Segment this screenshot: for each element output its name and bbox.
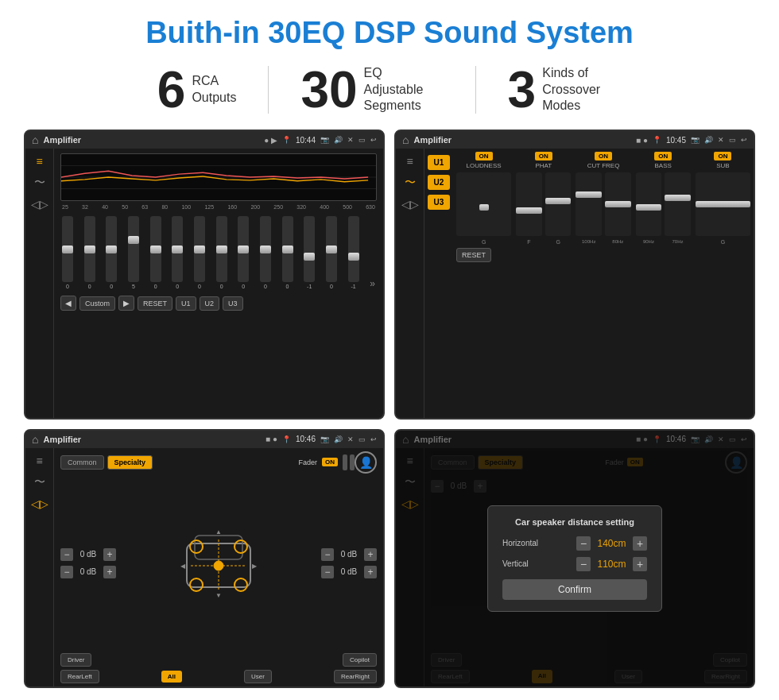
cutfreq-thumb-l[interactable]	[576, 191, 602, 198]
phat-thumb-r[interactable]	[545, 198, 572, 204]
slider-track-11[interactable]	[304, 216, 315, 282]
eq-icon-3[interactable]: ≡	[36, 454, 42, 467]
db-plus-1[interactable]: +	[103, 548, 116, 561]
bass-thumb-l[interactable]	[636, 204, 662, 211]
speaker-icon[interactable]: ◁▷	[31, 198, 48, 211]
eq-icon-2[interactable]: ≡	[406, 155, 413, 168]
slider-thumb-2[interactable]	[106, 246, 117, 253]
all-button[interactable]: All	[161, 671, 182, 683]
u3-select[interactable]: U3	[428, 195, 450, 210]
phat-thumb-l[interactable]	[516, 207, 542, 214]
rect-icon-3[interactable]: ▭	[358, 435, 366, 443]
eq-icon[interactable]: ≡	[36, 155, 42, 168]
slider-thumb-1[interactable]	[84, 246, 95, 253]
slider-track-0[interactable]	[62, 216, 73, 282]
slider-thumb-9[interactable]	[260, 246, 271, 253]
reset-button[interactable]: RESET	[138, 296, 172, 311]
slider-thumb-13[interactable]	[348, 253, 359, 261]
home-icon-2[interactable]: ⌂	[402, 133, 409, 146]
u1-button[interactable]: U1	[176, 296, 196, 311]
slider-thumb-11[interactable]	[304, 253, 315, 261]
common-tab[interactable]: Common	[60, 455, 104, 470]
slider-track-10[interactable]	[282, 216, 293, 282]
user-button[interactable]: User	[244, 670, 272, 683]
eq-slider-10[interactable]: 0	[282, 216, 293, 289]
u2-select[interactable]: U2	[428, 175, 450, 190]
slider-thumb-10[interactable]	[282, 246, 293, 253]
vertical-minus[interactable]: −	[576, 557, 591, 571]
speaker-icon-2[interactable]: ◁▷	[401, 198, 419, 211]
eq-slider-13[interactable]: -1	[348, 216, 359, 289]
cutfreq-slider-l[interactable]	[576, 172, 602, 236]
db-plus-4[interactable]: +	[364, 566, 377, 578]
eq-slider-11[interactable]: -1	[304, 216, 315, 289]
wave-icon-2[interactable]: 〜	[405, 176, 416, 190]
cutfreq-thumb-r[interactable]	[605, 201, 631, 207]
cutfreq-slider-r[interactable]	[605, 172, 631, 236]
eq-slider-5[interactable]: 0	[172, 216, 183, 289]
bass-slider-r[interactable]	[665, 172, 691, 236]
bass-on[interactable]: ON	[654, 152, 672, 160]
slider-thumb-0[interactable]	[62, 246, 73, 253]
eq-slider-3[interactable]: 5	[128, 216, 139, 289]
eq-slider-6[interactable]: 0	[194, 216, 205, 289]
slider-track-1[interactable]	[84, 216, 95, 282]
wave-icon[interactable]: 〜	[34, 176, 45, 190]
prev-button[interactable]: ◀	[60, 296, 76, 311]
close-icon-2[interactable]: ✕	[718, 136, 724, 144]
sub-thumb[interactable]	[696, 201, 750, 207]
sub-slider[interactable]	[696, 172, 750, 236]
specialty-tab[interactable]: Specialty	[107, 455, 153, 470]
back-icon-2[interactable]: ↩	[741, 136, 747, 144]
sub-on[interactable]: ON	[714, 152, 731, 160]
slider-track-13[interactable]	[348, 216, 359, 282]
phat-on[interactable]: ON	[535, 152, 552, 160]
phat-slider-l[interactable]	[516, 172, 542, 236]
slider-thumb-7[interactable]	[216, 246, 227, 253]
fader-on-badge[interactable]: ON	[322, 458, 338, 466]
home-icon-3[interactable]: ⌂	[32, 433, 38, 446]
eq-slider-7[interactable]: 0	[216, 216, 227, 289]
db-plus-3[interactable]: +	[364, 548, 377, 561]
slider-track-3[interactable]	[128, 216, 139, 282]
slider-thumb-3[interactable]	[128, 236, 139, 244]
slider-track-12[interactable]	[326, 216, 337, 282]
db-minus-3[interactable]: −	[321, 548, 334, 561]
u3-button[interactable]: U3	[223, 296, 243, 311]
slider-thumb-12[interactable]	[326, 246, 337, 253]
close-icon-1[interactable]: ✕	[347, 136, 354, 144]
eq-slider-1[interactable]: 0	[84, 216, 95, 289]
db-minus-2[interactable]: −	[60, 566, 73, 578]
slider-thumb-8[interactable]	[238, 246, 249, 253]
loudness-thumb[interactable]	[479, 204, 489, 211]
cutfreq-on[interactable]: ON	[595, 152, 612, 160]
slider-track-7[interactable]	[216, 216, 227, 282]
slider-track-8[interactable]	[238, 216, 249, 282]
slider-track-2[interactable]	[106, 216, 117, 282]
confirm-button[interactable]: Confirm	[502, 579, 647, 600]
back-icon-3[interactable]: ↩	[370, 435, 377, 443]
slider-track-9[interactable]	[260, 216, 271, 282]
slider-track-5[interactable]	[172, 216, 183, 282]
bass-thumb-r[interactable]	[665, 195, 691, 201]
phat-slider-r[interactable]	[545, 172, 572, 236]
back-icon-1[interactable]: ↩	[370, 136, 377, 144]
eq-slider-12[interactable]: 0	[326, 216, 337, 289]
custom-button[interactable]: Custom	[79, 296, 115, 311]
u1-select[interactable]: U1	[428, 155, 450, 170]
horizontal-plus[interactable]: +	[633, 536, 647, 551]
eq-slider-4[interactable]: 0	[150, 216, 161, 289]
copilot-button[interactable]: Copilot	[343, 653, 377, 667]
rect-icon-2[interactable]: ▭	[729, 136, 736, 144]
speaker-icon-3[interactable]: ◁▷	[31, 497, 48, 510]
slider-track-4[interactable]	[150, 216, 161, 282]
slider-thumb-5[interactable]	[172, 246, 183, 253]
db-minus-1[interactable]: −	[60, 548, 73, 561]
home-icon[interactable]: ⌂	[32, 133, 38, 146]
rearleft-button[interactable]: RearLeft	[60, 670, 99, 683]
loudness-on[interactable]: ON	[475, 152, 493, 160]
fader-slider-2[interactable]	[350, 454, 355, 470]
eq-slider-9[interactable]: 0	[260, 216, 271, 289]
eq-slider-2[interactable]: 0	[106, 216, 117, 289]
fader-slider-1[interactable]	[343, 454, 347, 470]
